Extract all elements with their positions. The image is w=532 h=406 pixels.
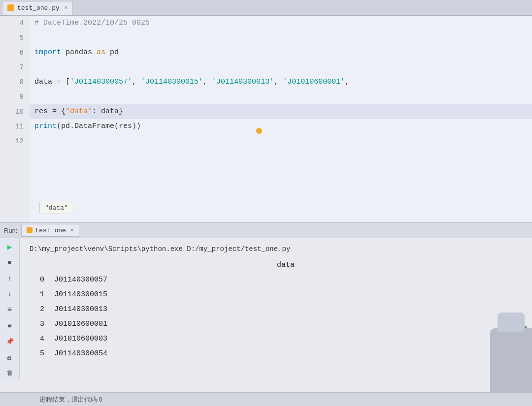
file-tab-label: test_one.py [17,4,60,12]
code-line-9 [34,90,527,104]
str-2: 'J01140300015' [141,75,203,90]
code-line-8: data = ['J01140300057', 'J01140300015', … [34,75,527,90]
row-idx-5: 5 [30,346,44,361]
plain-print-args: (pd.DataFrame(res)) [57,119,141,134]
robot-body [490,328,532,379]
run-tab[interactable]: test_one × [21,224,79,237]
pin-button[interactable]: 📌 [4,336,16,347]
code-line-11: print(pd.DataFrame(res)) [34,119,527,134]
row-val-5: J01140300054 [54,346,107,361]
str-4: 'J01010600001' [283,75,345,90]
table-row: 2 J01140300013 [30,302,522,317]
run-output: D:\my_project\venv\Scripts\python.exe D:… [20,238,532,379]
run-path: D:\my_project\venv\Scripts\python.exe D:… [30,242,522,256]
print-button[interactable]: 🖨 [4,351,16,363]
lines2-button[interactable]: ≣ [4,320,16,332]
footer-bar: 进程结束，退出代码 0 [0,392,532,406]
plain-pd: pd [105,45,119,60]
tooltip-text: "data" [45,204,68,212]
code-line-6: import pandas as pd [34,45,527,60]
row-val-4: J01010600003 [54,332,107,346]
lightbulb-icon[interactable] [256,128,262,134]
run-tab-bar: Run: test_one × [0,222,532,238]
file-tab-icon [7,4,14,11]
scroll-down-button[interactable]: ↓ [4,288,16,300]
row-idx-1: 1 [30,287,44,302]
table-row: 1 J01140300015 [30,287,522,302]
run-sidebar: ▶ ■ ↑ ↓ ≡ ≣ 📌 🖨 🗑 [0,238,20,379]
row-val-2: J01140300013 [54,302,107,317]
line-number-9: 9 [0,90,24,104]
line-number-10: 10 [0,104,24,119]
line-number-11: 11 [0,119,24,134]
run-tab-label: test_one [35,227,66,234]
line-numbers: 4 5 6 7 8 9 10 11 12 [0,16,30,222]
key-data: "data" [66,104,92,119]
tooltip-box: "data" [39,202,73,214]
table-row: 3 J01010600001 [30,317,522,332]
tab-close-icon[interactable]: × [65,5,68,11]
table-row: 5 J01140300054 [30,346,522,361]
run-tab-file-icon [27,227,33,233]
code-line-5 [34,31,527,45]
line-number-4: 4 [0,16,24,31]
row-idx-3: 3 [30,317,44,332]
run-tab-close[interactable]: × [70,227,74,233]
plain-data-assign: data = [ [34,75,70,90]
code-line-4: # DateTime.2022/10/25 0025 [34,16,527,31]
func-print: print [34,119,57,134]
plain-res: res = { [34,104,66,119]
scroll-up-button[interactable]: ↑ [4,273,16,284]
line-number-5: 5 [0,31,24,45]
table-row: 4 J01010600003 [30,332,522,346]
code-line-12 [34,134,527,149]
str-3: 'J01140300013' [212,75,274,90]
row-idx-2: 2 [30,302,44,317]
stop-button[interactable]: ■ [4,257,16,269]
line-number-7: 7 [0,60,24,75]
plain-res-end: : data} [92,104,123,119]
plain-pandas: pandas [61,45,97,60]
file-tab[interactable]: test_one.py × [2,1,73,15]
lines-button[interactable]: ≡ [4,304,16,316]
line-number-6: 6 [0,45,24,60]
run-content: ▶ ■ ↑ ↓ ≡ ≣ 📌 🖨 🗑 D:\my_project\venv\Scr… [0,238,532,379]
row-val-0: J01140300057 [54,273,107,287]
table-header: data [30,258,522,273]
process-label: 进程结束，退出代码 0 [39,395,102,404]
str-1: 'J01140300057' [70,75,132,90]
play-button[interactable]: ▶ [4,241,16,253]
code-line-10: res = {"data": data} [30,104,532,119]
code-editor: 4 5 6 7 8 9 10 11 12 # DateTime.2022/10/… [0,16,532,222]
delete-button[interactable]: 🗑 [4,367,16,379]
row-val-3: J01010600001 [54,317,107,332]
avatar-decoration [473,308,532,379]
row-val-1: J01140300015 [54,287,107,302]
line-number-12: 12 [0,134,24,149]
run-table: data 0 J01140300057 1 J01140300015 2 J01… [30,258,522,361]
keyword-import: import [34,45,61,60]
row-idx-0: 0 [30,273,44,287]
comment-datetime: # DateTime.2022/10/25 0025 [34,16,150,31]
code-line-7 [34,60,527,75]
run-label: Run: [4,227,17,234]
line-number-8: 8 [0,75,24,90]
code-lines[interactable]: # DateTime.2022/10/25 0025 import pandas… [30,16,532,222]
robot-head [498,312,525,332]
editor-tab-bar: test_one.py × [0,0,532,16]
row-idx-4: 4 [30,332,44,346]
table-row: 0 J01140300057 [30,273,522,287]
keyword-as: as [97,45,105,60]
